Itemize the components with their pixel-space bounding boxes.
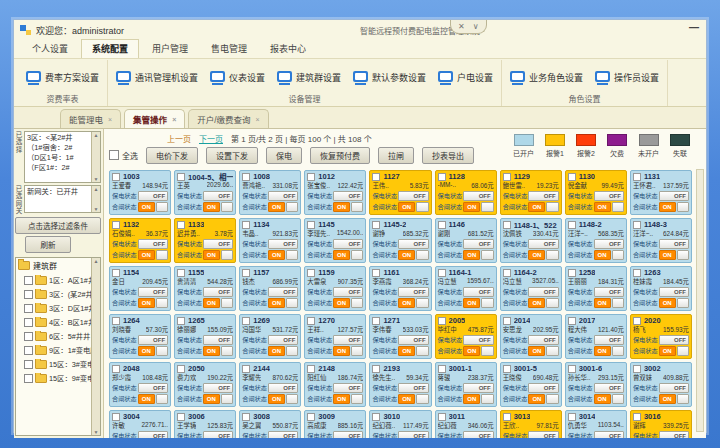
switch-off-slot[interactable] [481, 250, 493, 260]
power-off-state[interactable]: OFF [138, 191, 168, 201]
document-tab[interactable]: 集管操作 × [124, 109, 185, 128]
card-checkbox[interactable] [177, 365, 185, 373]
switch-off-slot[interactable] [351, 394, 363, 404]
power-off-state[interactable]: OFF [659, 287, 689, 297]
switch-off-slot[interactable] [286, 250, 298, 260]
card-checkbox[interactable] [242, 221, 250, 229]
tree-checkbox[interactable] [24, 332, 33, 341]
ribbon-button[interactable]: 通讯管理机设置 [116, 71, 198, 85]
card-checkbox[interactable] [372, 173, 380, 181]
switch-off-slot[interactable] [546, 394, 558, 404]
meter-card[interactable]: 1131 王怀君.. 137.59元 保电状态 OFF 合闸 [630, 170, 692, 215]
switch-on-button[interactable]: ON [594, 298, 611, 308]
power-off-state[interactable]: OFF [203, 383, 233, 393]
card-checkbox[interactable] [633, 173, 641, 181]
power-off-state[interactable]: OFF [528, 431, 558, 439]
menu-item[interactable]: 报表中心 [260, 40, 316, 58]
card-checkbox[interactable] [503, 221, 511, 229]
power-off-state[interactable]: OFF [138, 287, 168, 297]
meter-card[interactable]: 1264 刘晓春 57.30元 保电状态 OFF 合闸状态 [109, 314, 171, 359]
meter-card[interactable]: 2193 徐先生.. 59.34元 保电状态 OFF 合闸状 [369, 362, 431, 407]
card-checkbox[interactable] [372, 413, 380, 421]
switch-off-slot[interactable] [612, 202, 624, 212]
meter-card[interactable]: 1164-1 冯立慧 1595.67.. 保电状态 OFF [435, 266, 497, 311]
toolbar-button[interactable]: 设置下发 [206, 147, 258, 164]
switch-on-button[interactable]: ON [138, 394, 155, 404]
meter-card[interactable]: 3006 王学铸 125.83元 保电状态 OFF 合闸状态 [174, 410, 236, 438]
switch-on-button[interactable]: ON [463, 346, 480, 356]
power-off-state[interactable]: OFF [333, 287, 363, 297]
tree-item[interactable]: 3区：(某2#井（1#宿 [24, 289, 91, 299]
toolbar-button[interactable]: 电价下发 [146, 147, 198, 164]
toolbar-button[interactable]: 保电 [266, 147, 302, 164]
menu-item[interactable]: 系统配置 [81, 39, 139, 58]
switch-on-button[interactable]: ON [268, 298, 285, 308]
power-off-state[interactable]: OFF [594, 287, 624, 297]
meter-card[interactable]: 2144 李耀先 870.62元 保电状态 OFF 合闸状态 [239, 362, 301, 407]
power-off-state[interactable]: OFF [203, 335, 233, 345]
card-checkbox[interactable] [372, 365, 380, 373]
tree-checkbox[interactable] [24, 304, 33, 313]
tree-item[interactable]: 15区：3#变电所（3#变 [24, 359, 91, 369]
meter-card[interactable]: 3002 曾双妹 409.88元 保电状态 OFF 合闸状态 [630, 362, 692, 407]
switch-off-slot[interactable] [416, 202, 428, 212]
meter-card[interactable]: 2005 毕红中 475.87元 保电状态 OFF 合闸状态 [435, 314, 497, 359]
switch-on-button[interactable]: ON [203, 394, 220, 404]
card-checkbox[interactable] [503, 413, 511, 421]
tree-item[interactable]: 9区：1#变电所（2#变 [24, 345, 91, 355]
close-icon[interactable]: ✕ [458, 21, 465, 33]
switch-off-slot[interactable] [546, 298, 558, 308]
switch-off-slot[interactable] [546, 346, 558, 356]
document-tab[interactable]: 开户/缴费查询 × [188, 109, 268, 128]
card-checkbox[interactable] [438, 413, 446, 421]
tree-item[interactable]: 15区：9#变电所（4#变 [24, 373, 91, 383]
power-off-state[interactable]: OFF [594, 383, 624, 393]
card-checkbox[interactable] [438, 221, 446, 229]
selected-listbox[interactable]: ▲▼ 3区：<某2#井（1#宿舍：2#（D区1号：1#（F区1#：2# [24, 131, 101, 183]
meter-card[interactable]: 3016 谢辉 339.25元 保电状态 OFF 合闸状态 [630, 410, 692, 438]
tree-checkbox[interactable] [24, 318, 33, 327]
ribbon-button[interactable]: 户电设置 [438, 71, 493, 85]
meter-card[interactable]: 1154 金日 209.45元 保电状态 OFF 合闸状态 [109, 266, 171, 311]
switch-on-button[interactable]: ON [398, 250, 415, 260]
switch-on-button[interactable]: ON [528, 298, 545, 308]
switch-off-slot[interactable] [351, 250, 363, 260]
switch-on-button[interactable]: ON [528, 394, 545, 404]
card-checkbox[interactable] [568, 317, 576, 325]
switch-off-slot[interactable] [351, 346, 363, 356]
meter-card[interactable]: 3001-6 孙长华.. 293.15元 保电状态 OFF [565, 362, 627, 407]
meter-card[interactable]: 1008 曹鸿艳.. 331.08元 保电状态 OFF 合闸 [239, 170, 301, 215]
switch-on-button[interactable]: ON [398, 394, 415, 404]
tree-scrollbar[interactable]: ▲▼ [91, 258, 100, 435]
card-checkbox[interactable] [438, 269, 446, 277]
switch-on-button[interactable]: ON [203, 202, 220, 212]
switch-on-button[interactable]: ON [333, 202, 350, 212]
switch-on-button[interactable]: ON [594, 346, 611, 356]
meter-card[interactable]: 3008 吴之翼 550.87元 保电状态 OFF 合闸状态 [239, 410, 301, 438]
card-checkbox[interactable] [438, 173, 446, 181]
meter-card[interactable]: 1129 鲍世雷.. 19.23元 保电状态 OFF 合闸状 [500, 170, 562, 215]
meter-card[interactable]: 1145-2 谢铮 685.32元 保电状态 OFF 合闸状 [369, 218, 431, 263]
meter-card[interactable]: 1146 谢刚 681.52元 保电状态 OFF 合闸状态 [435, 218, 497, 263]
power-off-state[interactable]: OFF [203, 239, 233, 249]
switch-off-slot[interactable] [221, 250, 233, 260]
switch-off-slot[interactable] [612, 394, 624, 404]
listbox-line[interactable]: （D区1号：1# [27, 153, 91, 163]
meter-card[interactable]: 3010 纪幻薇.. 117.49元 保电状态 OFF 合闸 [369, 410, 431, 438]
card-checkbox[interactable] [438, 365, 446, 373]
meter-card[interactable]: 2048 郑少霞 108.48元 保电状态 OFF 合闸状态 [109, 362, 171, 407]
switch-off-slot[interactable] [221, 394, 233, 404]
card-checkbox[interactable] [568, 221, 576, 229]
close-icon[interactable]: × [172, 116, 176, 123]
card-checkbox[interactable] [633, 413, 641, 421]
switch-on-button[interactable]: ON [659, 346, 676, 356]
power-off-state[interactable]: OFF [594, 335, 624, 345]
power-off-state[interactable]: OFF [398, 431, 428, 439]
switch-off-slot[interactable] [481, 298, 493, 308]
meter-card[interactable]: 3001-5 王晓俊 690.48元 保电状态 OFF 合闸 [500, 362, 562, 407]
card-checkbox[interactable] [503, 173, 511, 181]
power-off-state[interactable]: OFF [463, 239, 493, 249]
meter-card[interactable]: 3004 许敏 2276.71.. 保电状态 OFF 合闸状 [109, 410, 171, 438]
listbox-scrollbar[interactable]: ▲▼ [91, 132, 100, 182]
power-off-state[interactable]: OFF [138, 431, 168, 439]
